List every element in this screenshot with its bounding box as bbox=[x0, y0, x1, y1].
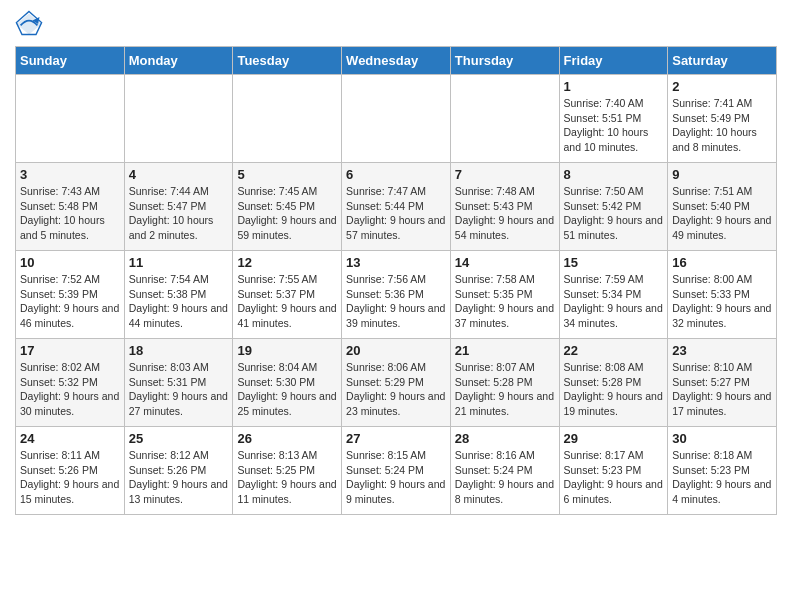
day-number: 30 bbox=[672, 431, 772, 446]
day-info: Sunrise: 8:17 AM Sunset: 5:23 PM Dayligh… bbox=[564, 448, 664, 507]
day-info: Sunrise: 7:52 AM Sunset: 5:39 PM Dayligh… bbox=[20, 272, 120, 331]
day-info: Sunrise: 7:55 AM Sunset: 5:37 PM Dayligh… bbox=[237, 272, 337, 331]
logo bbox=[15, 10, 45, 38]
calendar-cell: 10Sunrise: 7:52 AM Sunset: 5:39 PM Dayli… bbox=[16, 251, 125, 339]
calendar-cell: 18Sunrise: 8:03 AM Sunset: 5:31 PM Dayli… bbox=[124, 339, 233, 427]
day-info: Sunrise: 7:47 AM Sunset: 5:44 PM Dayligh… bbox=[346, 184, 446, 243]
day-header-saturday: Saturday bbox=[668, 47, 777, 75]
day-info: Sunrise: 7:58 AM Sunset: 5:35 PM Dayligh… bbox=[455, 272, 555, 331]
calendar-cell bbox=[342, 75, 451, 163]
day-info: Sunrise: 7:51 AM Sunset: 5:40 PM Dayligh… bbox=[672, 184, 772, 243]
logo-icon bbox=[15, 10, 43, 38]
calendar-cell: 4Sunrise: 7:44 AM Sunset: 5:47 PM Daylig… bbox=[124, 163, 233, 251]
calendar-cell: 9Sunrise: 7:51 AM Sunset: 5:40 PM Daylig… bbox=[668, 163, 777, 251]
calendar-cell: 7Sunrise: 7:48 AM Sunset: 5:43 PM Daylig… bbox=[450, 163, 559, 251]
day-info: Sunrise: 7:41 AM Sunset: 5:49 PM Dayligh… bbox=[672, 96, 772, 155]
calendar-cell: 14Sunrise: 7:58 AM Sunset: 5:35 PM Dayli… bbox=[450, 251, 559, 339]
day-info: Sunrise: 8:06 AM Sunset: 5:29 PM Dayligh… bbox=[346, 360, 446, 419]
calendar-cell: 13Sunrise: 7:56 AM Sunset: 5:36 PM Dayli… bbox=[342, 251, 451, 339]
day-number: 22 bbox=[564, 343, 664, 358]
day-info: Sunrise: 8:08 AM Sunset: 5:28 PM Dayligh… bbox=[564, 360, 664, 419]
calendar-cell: 1Sunrise: 7:40 AM Sunset: 5:51 PM Daylig… bbox=[559, 75, 668, 163]
calendar-cell: 20Sunrise: 8:06 AM Sunset: 5:29 PM Dayli… bbox=[342, 339, 451, 427]
day-number: 6 bbox=[346, 167, 446, 182]
calendar-cell bbox=[124, 75, 233, 163]
day-number: 3 bbox=[20, 167, 120, 182]
day-info: Sunrise: 8:18 AM Sunset: 5:23 PM Dayligh… bbox=[672, 448, 772, 507]
header bbox=[15, 10, 777, 38]
day-number: 26 bbox=[237, 431, 337, 446]
calendar-cell bbox=[233, 75, 342, 163]
day-number: 12 bbox=[237, 255, 337, 270]
calendar-cell: 27Sunrise: 8:15 AM Sunset: 5:24 PM Dayli… bbox=[342, 427, 451, 515]
day-info: Sunrise: 8:11 AM Sunset: 5:26 PM Dayligh… bbox=[20, 448, 120, 507]
day-number: 7 bbox=[455, 167, 555, 182]
day-number: 19 bbox=[237, 343, 337, 358]
day-number: 10 bbox=[20, 255, 120, 270]
calendar-cell bbox=[450, 75, 559, 163]
calendar-week-row: 3Sunrise: 7:43 AM Sunset: 5:48 PM Daylig… bbox=[16, 163, 777, 251]
day-info: Sunrise: 8:07 AM Sunset: 5:28 PM Dayligh… bbox=[455, 360, 555, 419]
calendar-cell: 28Sunrise: 8:16 AM Sunset: 5:24 PM Dayli… bbox=[450, 427, 559, 515]
day-info: Sunrise: 8:12 AM Sunset: 5:26 PM Dayligh… bbox=[129, 448, 229, 507]
day-number: 18 bbox=[129, 343, 229, 358]
day-info: Sunrise: 7:45 AM Sunset: 5:45 PM Dayligh… bbox=[237, 184, 337, 243]
calendar-cell: 22Sunrise: 8:08 AM Sunset: 5:28 PM Dayli… bbox=[559, 339, 668, 427]
calendar-cell: 29Sunrise: 8:17 AM Sunset: 5:23 PM Dayli… bbox=[559, 427, 668, 515]
day-info: Sunrise: 8:02 AM Sunset: 5:32 PM Dayligh… bbox=[20, 360, 120, 419]
calendar-cell: 12Sunrise: 7:55 AM Sunset: 5:37 PM Dayli… bbox=[233, 251, 342, 339]
calendar-cell: 30Sunrise: 8:18 AM Sunset: 5:23 PM Dayli… bbox=[668, 427, 777, 515]
calendar-cell: 3Sunrise: 7:43 AM Sunset: 5:48 PM Daylig… bbox=[16, 163, 125, 251]
calendar-cell: 19Sunrise: 8:04 AM Sunset: 5:30 PM Dayli… bbox=[233, 339, 342, 427]
day-info: Sunrise: 7:50 AM Sunset: 5:42 PM Dayligh… bbox=[564, 184, 664, 243]
calendar-cell: 23Sunrise: 8:10 AM Sunset: 5:27 PM Dayli… bbox=[668, 339, 777, 427]
day-number: 24 bbox=[20, 431, 120, 446]
day-header-tuesday: Tuesday bbox=[233, 47, 342, 75]
calendar-cell: 2Sunrise: 7:41 AM Sunset: 5:49 PM Daylig… bbox=[668, 75, 777, 163]
day-number: 21 bbox=[455, 343, 555, 358]
calendar-cell: 24Sunrise: 8:11 AM Sunset: 5:26 PM Dayli… bbox=[16, 427, 125, 515]
calendar-cell: 6Sunrise: 7:47 AM Sunset: 5:44 PM Daylig… bbox=[342, 163, 451, 251]
day-number: 13 bbox=[346, 255, 446, 270]
day-number: 28 bbox=[455, 431, 555, 446]
day-header-wednesday: Wednesday bbox=[342, 47, 451, 75]
calendar-cell: 16Sunrise: 8:00 AM Sunset: 5:33 PM Dayli… bbox=[668, 251, 777, 339]
calendar-cell: 8Sunrise: 7:50 AM Sunset: 5:42 PM Daylig… bbox=[559, 163, 668, 251]
day-number: 8 bbox=[564, 167, 664, 182]
day-number: 20 bbox=[346, 343, 446, 358]
day-info: Sunrise: 7:40 AM Sunset: 5:51 PM Dayligh… bbox=[564, 96, 664, 155]
page: SundayMondayTuesdayWednesdayThursdayFrid… bbox=[0, 0, 792, 525]
day-info: Sunrise: 8:10 AM Sunset: 5:27 PM Dayligh… bbox=[672, 360, 772, 419]
day-info: Sunrise: 7:54 AM Sunset: 5:38 PM Dayligh… bbox=[129, 272, 229, 331]
calendar-cell: 5Sunrise: 7:45 AM Sunset: 5:45 PM Daylig… bbox=[233, 163, 342, 251]
day-header-thursday: Thursday bbox=[450, 47, 559, 75]
calendar-cell: 26Sunrise: 8:13 AM Sunset: 5:25 PM Dayli… bbox=[233, 427, 342, 515]
calendar-week-row: 1Sunrise: 7:40 AM Sunset: 5:51 PM Daylig… bbox=[16, 75, 777, 163]
day-number: 25 bbox=[129, 431, 229, 446]
day-info: Sunrise: 8:04 AM Sunset: 5:30 PM Dayligh… bbox=[237, 360, 337, 419]
day-number: 15 bbox=[564, 255, 664, 270]
day-number: 1 bbox=[564, 79, 664, 94]
calendar-header-row: SundayMondayTuesdayWednesdayThursdayFrid… bbox=[16, 47, 777, 75]
day-info: Sunrise: 8:00 AM Sunset: 5:33 PM Dayligh… bbox=[672, 272, 772, 331]
day-number: 9 bbox=[672, 167, 772, 182]
calendar-cell: 11Sunrise: 7:54 AM Sunset: 5:38 PM Dayli… bbox=[124, 251, 233, 339]
day-number: 4 bbox=[129, 167, 229, 182]
day-number: 14 bbox=[455, 255, 555, 270]
day-number: 29 bbox=[564, 431, 664, 446]
day-number: 27 bbox=[346, 431, 446, 446]
calendar-cell: 17Sunrise: 8:02 AM Sunset: 5:32 PM Dayli… bbox=[16, 339, 125, 427]
day-info: Sunrise: 7:43 AM Sunset: 5:48 PM Dayligh… bbox=[20, 184, 120, 243]
day-number: 23 bbox=[672, 343, 772, 358]
day-info: Sunrise: 7:59 AM Sunset: 5:34 PM Dayligh… bbox=[564, 272, 664, 331]
day-number: 17 bbox=[20, 343, 120, 358]
day-header-sunday: Sunday bbox=[16, 47, 125, 75]
calendar-week-row: 10Sunrise: 7:52 AM Sunset: 5:39 PM Dayli… bbox=[16, 251, 777, 339]
day-header-friday: Friday bbox=[559, 47, 668, 75]
day-info: Sunrise: 7:56 AM Sunset: 5:36 PM Dayligh… bbox=[346, 272, 446, 331]
day-info: Sunrise: 7:48 AM Sunset: 5:43 PM Dayligh… bbox=[455, 184, 555, 243]
day-header-monday: Monday bbox=[124, 47, 233, 75]
calendar-week-row: 24Sunrise: 8:11 AM Sunset: 5:26 PM Dayli… bbox=[16, 427, 777, 515]
calendar-cell: 25Sunrise: 8:12 AM Sunset: 5:26 PM Dayli… bbox=[124, 427, 233, 515]
day-number: 11 bbox=[129, 255, 229, 270]
